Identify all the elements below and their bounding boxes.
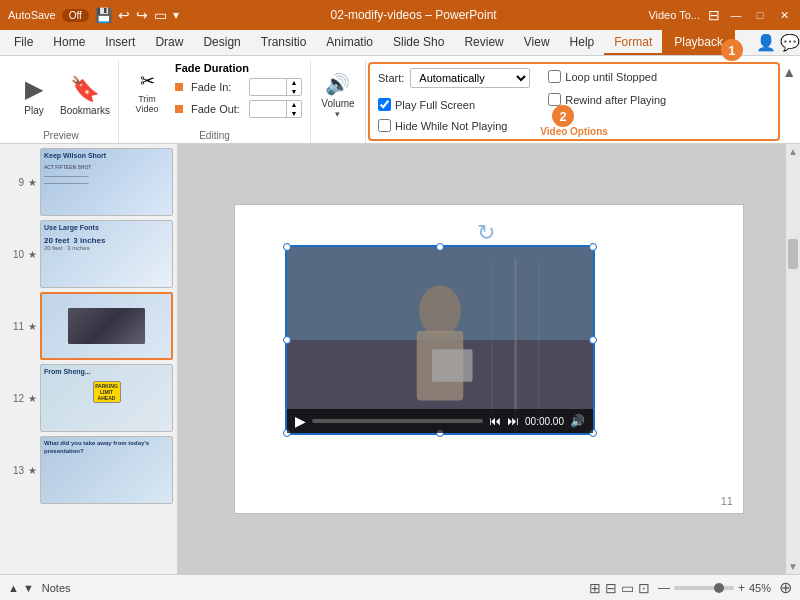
handle-middle-left[interactable] [283,336,291,344]
tab-view[interactable]: View [514,30,560,55]
slide-item-9[interactable]: 9 ★ Keep Wilson Short ACT FIFTEEN SHOT__… [4,148,173,216]
play-full-screen-row: Play Full Screen [378,98,530,111]
tab-slide-show[interactable]: Slide Sho [383,30,454,55]
fade-out-down[interactable]: ▼ [287,109,301,118]
vertical-scrollbar[interactable]: ▲ ▼ [786,144,800,574]
loop-checkbox[interactable] [548,70,561,83]
autosave-toggle[interactable]: Off [62,9,89,22]
present-icon[interactable]: ▭ [154,7,167,23]
zoom-bar: — + 45% [658,581,771,595]
comment-icon[interactable]: 💬 [780,30,800,55]
scroll-thumb[interactable] [788,239,798,269]
tab-help[interactable]: Help [560,30,605,55]
slide-thumb-13[interactable]: What did you take away from today's pres… [40,436,173,504]
video-play-btn[interactable]: ▶ [295,413,306,429]
presenter-view-icon[interactable]: ⊡ [638,580,650,596]
trim-video-button[interactable]: ✂ TrimVideo [127,67,167,117]
tabs-icon[interactable]: ⊟ [708,7,720,23]
start-select[interactable]: Automatically When Clicked On In Click S… [410,68,530,88]
slide-11-video-bg [68,308,145,343]
bookmarks-button[interactable]: 🔖 Bookmarks [60,66,110,126]
fade-in-arrows: ▲ ▼ [286,78,301,96]
volume-dropdown-arrow[interactable]: ▾ [335,109,340,119]
bookmarks-label: Bookmarks [60,105,110,116]
svg-rect-5 [432,349,473,382]
slide-item-11[interactable]: 11 ★ [4,292,173,360]
fade-in-input[interactable]: 00.00 ▲ ▼ [249,78,302,96]
play-full-screen-checkbox[interactable] [378,98,391,111]
video-controls: ▶ ⏮ ⏭ 00:00.00 🔊 [287,409,593,433]
maximize-btn[interactable]: □ [752,7,768,23]
slide-13-title: What did you take away from today's pres… [41,437,172,459]
slide-star-12: ★ [28,393,38,404]
handle-middle-right[interactable] [589,336,597,344]
scroll-up[interactable]: ▲ [786,144,800,159]
fade-out-up[interactable]: ▲ [287,100,301,109]
slide-item-13[interactable]: 13 ★ What did you take away from today's… [4,436,173,504]
slide-star-10: ★ [28,249,38,260]
normal-view-icon[interactable]: ⊞ [589,580,601,596]
preview-label: Preview [4,130,118,141]
fade-out-input[interactable]: 00.00 ▲ ▼ [249,100,302,118]
slide-thumb-9[interactable]: Keep Wilson Short ACT FIFTEEN SHOT______… [40,148,173,216]
svg-point-3 [419,285,461,336]
zoom-in-btn[interactable]: + [738,581,745,595]
reading-view-icon[interactable]: ▭ [621,580,634,596]
handle-top-right[interactable] [589,243,597,251]
tab-playback[interactable]: Playback 1 [662,30,735,55]
rewind-checkbox[interactable] [548,93,561,106]
slide-item-10[interactable]: 10 ★ Use Large Fonts 20 feet 3 inches 20… [4,220,173,288]
slide-thumb-12[interactable]: From Sheng... PARKINGLIMITAHEAD [40,364,173,432]
slide-num-11: 11 [4,321,24,332]
tab-review[interactable]: Review [454,30,513,55]
handle-top-left[interactable] [283,243,291,251]
tab-insert[interactable]: Insert [95,30,145,55]
start-row: Start: Automatically When Clicked On In … [378,68,530,88]
zoom-slider[interactable] [674,586,734,590]
redo-icon[interactable]: ↪ [136,7,148,23]
tab-draw[interactable]: Draw [145,30,193,55]
tab-animations[interactable]: Animatio [316,30,383,55]
video-to-text: Video To... [648,9,700,21]
slide-12-sign: PARKINGLIMITAHEAD [41,381,172,403]
slide-item-12[interactable]: 12 ★ From Sheng... PARKINGLIMITAHEAD [4,364,173,432]
scroll-down[interactable]: ▼ [786,559,800,574]
slide-num-9: 9 [4,177,24,188]
scroll-up-slides[interactable]: ▲ [8,582,19,594]
tab-home[interactable]: Home [43,30,95,55]
title-bar: AutoSave Off 💾 ↩ ↪ ▭ ▾ 02-modify-videos … [0,0,800,30]
close-btn[interactable]: ✕ [776,7,792,23]
fade-in-value[interactable]: 00.00 [250,81,286,93]
minimize-btn[interactable]: — [728,7,744,23]
step-badge-2: 2 [552,105,574,127]
fade-in-down[interactable]: ▼ [287,87,301,96]
volume-button[interactable]: 🔊 Volume ▾ [321,72,354,119]
slide-num-12: 12 [4,393,24,404]
fit-to-window[interactable]: ⊕ [779,578,792,597]
slide-thumb-11[interactable] [40,292,173,360]
scroll-down-slides[interactable]: ▼ [23,582,34,594]
slide-star-13: ★ [28,465,38,476]
handle-top-middle[interactable] [436,243,444,251]
tab-transitions[interactable]: Transitio [251,30,317,55]
slide-thumb-10[interactable]: Use Large Fonts 20 feet 3 inches 20 feet… [40,220,173,288]
tab-file[interactable]: File [4,30,43,55]
tab-design[interactable]: Design [193,30,250,55]
slide-sorter-icon[interactable]: ⊟ [605,580,617,596]
fade-out-value[interactable]: 00.00 [250,103,286,115]
tab-format[interactable]: Format [604,30,662,55]
ribbon-collapse[interactable]: ▲ [782,60,796,143]
save-icon[interactable]: 💾 [95,7,112,23]
share-icon[interactable]: 👤 [756,30,776,55]
video-volume[interactable]: 🔊 [570,414,585,428]
video-container[interactable]: ▶ ⏮ ⏭ 00:00.00 🔊 [285,245,595,435]
rotation-handle[interactable]: ↻ [477,220,495,246]
video-skip-back[interactable]: ⏮ [489,414,501,428]
video-skip-forward[interactable]: ⏭ [507,414,519,428]
video-progress-bar[interactable] [312,419,483,423]
zoom-out-btn[interactable]: — [658,581,670,595]
play-button[interactable]: ▶ Play [12,66,56,126]
fade-in-up[interactable]: ▲ [287,78,301,87]
notes-button[interactable]: Notes [42,582,71,594]
undo-icon[interactable]: ↩ [118,7,130,23]
